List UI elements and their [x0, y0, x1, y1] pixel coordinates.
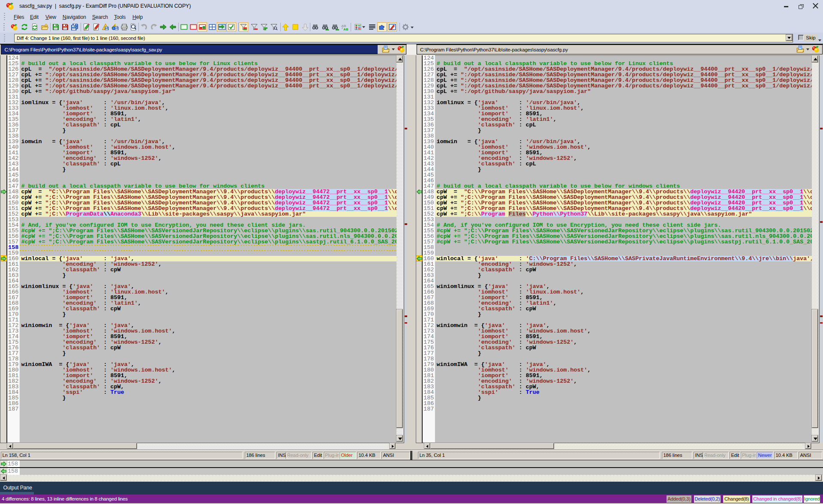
svg-text:AB: AB — [343, 27, 348, 31]
